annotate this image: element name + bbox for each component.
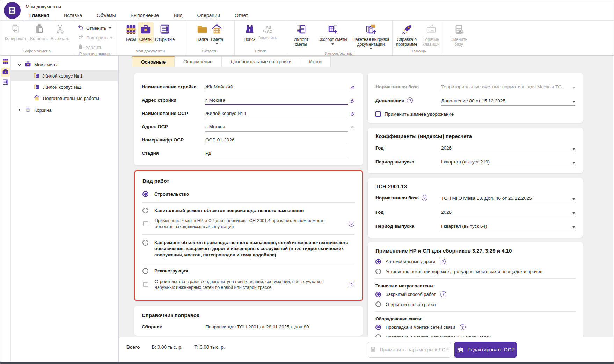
undo-button[interactable]: Отменить	[78, 24, 113, 32]
work-type-option-reconstruction[interactable]: Реконструкция	[142, 264, 354, 278]
help-icon[interactable]: ?	[422, 195, 427, 201]
tree-item-preparatory-works[interactable]: Подготовительные работы	[11, 93, 118, 104]
paste-button[interactable]: Вставить	[29, 22, 49, 42]
cut-button[interactable]: Вырезать	[49, 22, 71, 42]
redo-dropdown-icon[interactable]	[110, 37, 113, 39]
chevron-right-icon[interactable]	[17, 108, 22, 112]
comm-networks-option[interactable]: Прокладка и монтаж сетей связи ?	[375, 322, 575, 332]
change-base-button[interactable]: Сменить базу	[444, 22, 473, 48]
new-estimate-button[interactable]: Смета	[210, 22, 225, 45]
estimates-button[interactable]: Сметы	[138, 22, 154, 43]
radio-icon[interactable]	[375, 334, 381, 337]
radio-checked-icon[interactable]	[375, 259, 381, 264]
hotkeys-button[interactable]: Горячие клавиши	[420, 22, 443, 48]
roads-option[interactable]: Автомобильные дороги ?	[375, 256, 575, 267]
help-icon[interactable]: ?	[440, 291, 446, 297]
tab-vstavka[interactable]: Вставка	[57, 11, 89, 21]
batch-export-button[interactable]: Пакетная выгрузка документации	[350, 22, 392, 50]
tree-item-trash[interactable]: Корзина	[11, 104, 118, 116]
osr-address-input[interactable]: г. Москва	[205, 124, 348, 132]
construction-name-input[interactable]: ЖК Майский	[205, 84, 348, 92]
opened-button[interactable]: Открытые	[154, 22, 176, 43]
rail-estimates-button[interactable]	[1, 68, 10, 77]
new-estimate-dropdown-icon[interactable]	[215, 43, 218, 45]
redo-button[interactable]: Повторить	[78, 34, 113, 42]
work-type-option-capital-prod[interactable]: Кап.ремонт объектов производственного на…	[142, 236, 354, 262]
tab-glavnaya[interactable]: Главная	[22, 11, 57, 21]
replace-button[interactable]: AB AC Заменить	[257, 22, 278, 42]
apply-parameters-button[interactable]: Применить параметры к ЛСР	[368, 342, 451, 358]
collection-value[interactable]: Поправки для ТСН-2001 от 28.11.2025 г. д…	[205, 324, 355, 330]
radio-icon[interactable]	[142, 240, 148, 246]
stage-input[interactable]: РД	[205, 151, 348, 158]
rail-opened-button[interactable]	[1, 78, 10, 87]
tab-operacii[interactable]: Операции	[190, 11, 227, 21]
tree-item-building-2[interactable]: Жилой корпус №1	[11, 81, 118, 93]
closed-method-option[interactable]: Закрытый способ работ ?	[375, 289, 575, 299]
export-dropdown-icon[interactable]	[331, 43, 334, 45]
work-type-reconstruction-checkbox-row[interactable]: Строительство в рамках одного титула нов…	[142, 278, 354, 294]
pavements-option[interactable]: Устройство покрытий дорожек, тротуаров, …	[375, 267, 575, 276]
construction-address-input[interactable]: г. Москва	[205, 97, 348, 105]
help-icon[interactable]: ?	[460, 324, 466, 330]
tree-item-my-estimates[interactable]: Мои сметы	[11, 59, 118, 70]
winter-costs-checkbox-row[interactable]: Применить зимнее удорожание	[375, 106, 575, 117]
tab-oformlenie[interactable]: Оформление	[175, 56, 222, 67]
supplement-select[interactable]: Дополнение 80 от 15.12.2025	[441, 98, 575, 106]
radio-checked-icon[interactable]	[375, 325, 381, 330]
link-icon[interactable]	[348, 98, 355, 105]
radio-icon[interactable]	[142, 208, 148, 213]
undo-dropdown-icon[interactable]	[109, 27, 111, 29]
edit-osr-button[interactable]: Редактировать ОСР	[454, 342, 517, 358]
copy-button[interactable]: Копировать	[3, 22, 29, 42]
indices-period-select[interactable]: I квартал (выпуск 219)	[441, 159, 575, 167]
osr-number-input[interactable]: ОСР-01-2026	[205, 137, 348, 145]
open-method-option[interactable]: Открытый способ работ	[375, 299, 575, 309]
help-icon[interactable]: ?	[407, 97, 413, 103]
comm-subheader: Оборудование связи:	[375, 314, 575, 322]
work-type-capital-checkbox-row[interactable]: Применение коэф. к НР и СП для сборников…	[142, 217, 354, 233]
tab-obyomy[interactable]: Объёмы	[89, 11, 123, 21]
bases-button[interactable]: Базы	[124, 22, 138, 43]
tsn13-period-select[interactable]: I квартал (выпуск 64)	[441, 224, 575, 231]
tab-itogi[interactable]: Итоги	[300, 56, 331, 67]
delete-button[interactable]: Удалить	[78, 44, 113, 51]
tree-item-building-1[interactable]: Жилой корпус № 1	[11, 70, 118, 81]
link-icon-disabled[interactable]	[348, 125, 355, 132]
tsn13-base-select[interactable]: ТСН МГЭ глава 13. Доп. 46 от 25.12.2025	[441, 196, 575, 203]
about-button[interactable]: Справка о программе	[394, 22, 420, 48]
radio-icon[interactable]	[375, 301, 381, 307]
checkbox-icon[interactable]	[143, 282, 148, 287]
chevron-down-icon	[572, 148, 575, 150]
import-estimate-button[interactable]: Импорт сметы	[286, 22, 316, 48]
rail-bases-button[interactable]	[1, 57, 10, 66]
tab-otchet[interactable]: Отчет	[227, 11, 255, 21]
help-icon[interactable]: ?	[440, 259, 446, 264]
tab-vid[interactable]: Вид	[166, 11, 190, 21]
link-icon[interactable]	[348, 85, 355, 92]
indices-year-select[interactable]: 2026	[441, 145, 575, 153]
help-icon[interactable]: ?	[349, 282, 354, 287]
chevron-down-icon[interactable]	[17, 63, 22, 67]
comm-intercity-option[interactable]: Прокладка и монтаж междугородных линий с…	[375, 332, 575, 337]
radio-icon[interactable]	[142, 268, 148, 274]
batch-dropdown-icon[interactable]	[370, 48, 372, 50]
new-folder-button[interactable]: Папка	[195, 22, 210, 43]
radio-checked-icon[interactable]	[142, 191, 148, 197]
tab-osnovnye[interactable]: Основные	[132, 56, 175, 67]
work-type-option-construction[interactable]: Строительство	[142, 187, 354, 201]
radio-icon[interactable]	[375, 269, 381, 274]
checkbox-icon[interactable]	[375, 111, 381, 117]
search-button[interactable]: Поиск	[242, 22, 257, 43]
radio-checked-icon[interactable]	[375, 292, 381, 297]
tsn13-year-select[interactable]: 2026	[441, 210, 575, 217]
tab-dop-nastroyki[interactable]: Дополнительные настройки	[222, 56, 301, 67]
checkbox-icon[interactable]	[143, 221, 148, 226]
osr-name-input[interactable]: Жилой корпус № 1	[205, 111, 348, 118]
help-icon[interactable]: ?	[349, 221, 354, 227]
tab-vypolnenie[interactable]: Выполнение	[123, 11, 166, 21]
work-type-option-capital-nonprod[interactable]: Капитальный ремонт объектов непроизводст…	[142, 204, 354, 218]
normative-base-select[interactable]: Территориальные сметные нормативы для Мо…	[441, 84, 575, 92]
link-icon[interactable]	[348, 111, 355, 118]
export-estimate-button[interactable]: Экспорт сметы	[316, 22, 350, 46]
